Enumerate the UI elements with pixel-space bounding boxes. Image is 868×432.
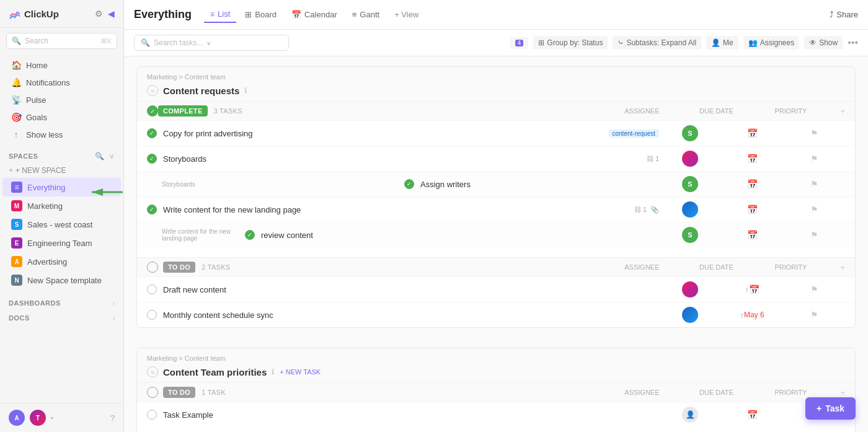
task-check-3a[interactable]: ✓: [245, 230, 255, 240]
subtask-indicator-3[interactable]: ⛓ 1: [634, 206, 647, 213]
task-check-sync[interactable]: ✓: [147, 310, 157, 320]
tab-calendar[interactable]: 📅 Calendar: [285, 7, 343, 22]
calendar-icon-3[interactable]: 📅: [747, 205, 758, 214]
task-name-draft: Draft new content: [163, 285, 659, 294]
task-check-2a[interactable]: ✓: [404, 179, 414, 189]
assignee-avatar-1[interactable]: S: [682, 125, 698, 141]
flag-icon-sync[interactable]: ⚑: [810, 310, 818, 320]
section1-info-icon[interactable]: ℹ: [244, 86, 247, 95]
assignee-avatar-2a[interactable]: S: [682, 176, 698, 192]
flag-icon-3[interactable]: ⚑: [810, 205, 818, 214]
task-check-2[interactable]: ✓: [147, 154, 157, 164]
add-new-task-row[interactable]: + + New task: [137, 427, 855, 432]
assignees-button[interactable]: 👥 Assignees: [743, 36, 799, 50]
add-task-fab-label: Task: [825, 403, 844, 413]
show-icon: 👁: [809, 38, 817, 47]
add-task-fab[interactable]: + Task: [805, 397, 856, 420]
sidebar-search-box[interactable]: 🔍 Search ⌘K: [6, 33, 117, 49]
spaces-expand-icon[interactable]: ∨: [109, 152, 115, 161]
checkmark-draft: ✓: [149, 286, 154, 293]
sidebar-item-goals[interactable]: 🎯 Goals: [2, 108, 121, 126]
section2-new-task-link[interactable]: + NEW TASK: [280, 368, 321, 376]
sidebar-logo-area: ClickUp ⚙ ◀: [0, 0, 123, 28]
sidebar-item-pulse-label: Pulse: [26, 95, 46, 105]
sidebar-item-everything[interactable]: ≡ Everything: [2, 178, 121, 196]
assignee-avatar-draft[interactable]: [682, 281, 698, 298]
search-shortcut: ⌘K: [100, 37, 112, 45]
user-avatar-2[interactable]: T: [30, 410, 46, 426]
group-todo-2: TO DO 1 TASK ASSIGNEE DUE DATE PRIORITY …: [137, 382, 855, 432]
filter-button[interactable]: 4: [510, 37, 529, 49]
dashboards-section[interactable]: DASHBOARDS ›: [0, 294, 123, 309]
sidebar-item-notifications[interactable]: 🔔 Notifications: [2, 74, 121, 91]
more-options-icon[interactable]: •••: [848, 37, 858, 48]
tab-list[interactable]: ≡ List: [204, 6, 236, 23]
sidebar-footer: A T • ?: [0, 403, 123, 432]
task-row-assign-writers: Storyboards ✓ Assign writers S 📅: [137, 171, 855, 196]
sidebar-item-marketing[interactable]: M Marketing: [2, 196, 121, 215]
complete-task-count: 3 TASKS: [214, 107, 242, 115]
calendar-icon-2a[interactable]: 📅: [747, 179, 758, 189]
task-search-box[interactable]: 🔍 Search tasks... ∨: [134, 35, 289, 51]
subtasks-button[interactable]: ⤷ Subtasks: Expand All: [613, 36, 701, 50]
group-by-button[interactable]: ⊞ Group by: Status: [533, 36, 608, 50]
add-col-icon-1[interactable]: +: [840, 107, 845, 116]
task-check-draft[interactable]: ✓: [147, 284, 157, 294]
section1-breadcrumb: Marketing > Content team: [137, 67, 855, 82]
task-priority-col-3: ⚑: [783, 205, 845, 214]
task-check-3[interactable]: ✓: [147, 205, 157, 214]
calendar-icon-example[interactable]: 📅: [747, 410, 758, 420]
flag-icon-2[interactable]: ⚑: [810, 154, 818, 164]
flag-icon-2a[interactable]: ⚑: [810, 179, 818, 189]
share-button[interactable]: ⤴ Share: [830, 10, 858, 19]
sidebar-item-advertising[interactable]: A Advertising: [2, 252, 121, 271]
assignee-avatar-3a[interactable]: S: [682, 227, 698, 243]
section1-collapse-button[interactable]: ○: [147, 85, 158, 96]
assignee-avatar-2[interactable]: [682, 151, 698, 167]
attachment-icon-3[interactable]: 📎: [650, 206, 659, 214]
task-duedate-col-sync: ↑ May 6: [721, 311, 783, 320]
task-duedate-col-3a: 📅: [721, 230, 783, 240]
calendar-icon-draft[interactable]: 📅: [749, 284, 760, 294]
help-icon[interactable]: ?: [110, 413, 115, 423]
content-area: Marketing > Content team ○ Content reque…: [124, 56, 868, 432]
sidebar-item-sales[interactable]: S Sales - west coast: [2, 215, 121, 234]
tab-gantt[interactable]: ≡ Gantt: [346, 7, 386, 22]
add-col-icon-todo[interactable]: +: [840, 263, 845, 272]
flag-icon-draft[interactable]: ⚑: [810, 284, 818, 294]
task-check-1[interactable]: ✓: [147, 128, 157, 138]
calendar-icon-1[interactable]: 📅: [747, 128, 758, 138]
section2-info-icon[interactable]: ℹ: [272, 368, 275, 376]
flag-icon-1[interactable]: ⚑: [810, 128, 818, 138]
sidebar-item-engineering[interactable]: E Engineering Team: [2, 234, 121, 252]
add-col-icon-todo2[interactable]: +: [840, 388, 845, 397]
spaces-search-icon[interactable]: 🔍: [95, 152, 104, 161]
sidebar-item-pulse[interactable]: 📡 Pulse: [2, 91, 121, 108]
new-space-button[interactable]: + + NEW SPACE: [0, 163, 123, 178]
task-check-example[interactable]: ✓: [147, 410, 157, 420]
docs-section[interactable]: DOCS ›: [0, 309, 123, 324]
section2-title-row: ○ Content Team priorities ℹ + NEW TASK: [137, 364, 855, 382]
task-cols-sync: ↑ May 6 ⚑: [659, 307, 845, 323]
calendar-icon-3a[interactable]: 📅: [747, 230, 758, 240]
clickup-logo[interactable]: ClickUp: [9, 7, 59, 20]
user-avatar-1[interactable]: A: [9, 410, 25, 426]
tab-board[interactable]: ⊞ Board: [239, 7, 283, 22]
show-button[interactable]: 👁 Show: [804, 36, 843, 50]
task-row-draft-content: ✓ Draft new content ↑ 📅 ⚑: [137, 276, 855, 302]
assignee-avatar-sync[interactable]: [682, 307, 698, 323]
ghost-avatar-example[interactable]: 👤: [682, 407, 698, 423]
sidebar-item-home[interactable]: 🏠 Home: [2, 56, 121, 74]
collapse-sidebar-icon[interactable]: ◀: [108, 9, 115, 19]
me-button[interactable]: 👤 Me: [706, 36, 738, 50]
tab-add-view[interactable]: + View: [388, 7, 425, 22]
flag-icon-3a[interactable]: ⚑: [810, 230, 818, 240]
task-row-write-content: ✓ Write content for the new landing page…: [137, 196, 855, 222]
sidebar-item-new-space-template[interactable]: N New Space template: [2, 271, 121, 289]
assignee-avatar-3[interactable]: [682, 201, 698, 218]
sidebar-item-show-less[interactable]: ↑ Show less: [2, 126, 121, 143]
calendar-icon-2[interactable]: 📅: [747, 154, 758, 164]
settings-icon[interactable]: ⚙: [95, 9, 103, 19]
section2-collapse-button[interactable]: ○: [147, 366, 158, 377]
subtask-indicator-2[interactable]: ⛓ 1: [647, 155, 659, 162]
